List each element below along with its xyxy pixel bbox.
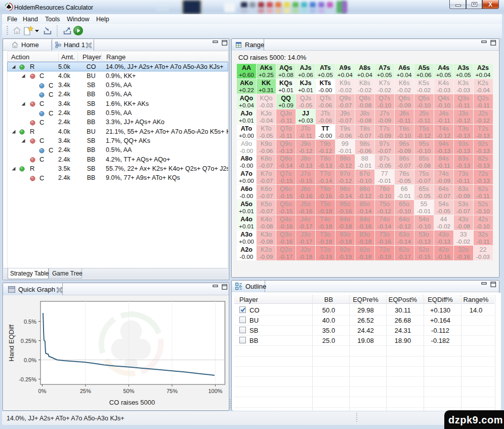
svg-text:25%: 25% bbox=[80, 388, 91, 394]
svg-text:0.0%: 0.0% bbox=[24, 357, 36, 363]
svg-text:Hand EQDiff: Hand EQDiff bbox=[8, 324, 15, 361]
svg-text:-0.25%: -0.25% bbox=[19, 376, 36, 382]
svg-text:0.5%: 0.5% bbox=[24, 319, 36, 325]
svg-text:50%: 50% bbox=[123, 388, 134, 394]
svg-text:75%: 75% bbox=[166, 388, 178, 394]
svg-text:100%: 100% bbox=[208, 388, 222, 394]
svg-text:0.25%: 0.25% bbox=[21, 338, 36, 344]
svg-text:0%: 0% bbox=[38, 388, 47, 394]
svg-text:CO raises 5000: CO raises 5000 bbox=[109, 399, 155, 406]
